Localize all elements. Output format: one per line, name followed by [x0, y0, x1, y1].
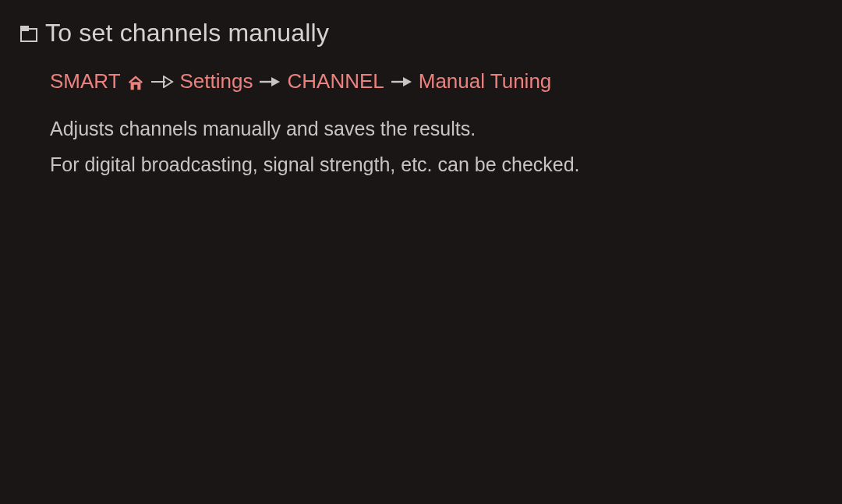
breadcrumb-item-manual-tuning: Manual Tuning	[419, 69, 552, 93]
breadcrumb-item-smart: SMART	[50, 69, 121, 93]
breadcrumb-item-settings: Settings	[180, 69, 253, 93]
arrow-right-icon	[391, 76, 412, 87]
body-line-2: For digital broadcasting, signal strengt…	[50, 146, 822, 182]
section-bullet-icon	[20, 26, 37, 41]
body-line-1: Adjusts channels manually and saves the …	[50, 111, 822, 146]
title-row: To set channels manually	[20, 19, 822, 48]
breadcrumb-item-channel: CHANNEL	[287, 69, 384, 93]
home-icon	[127, 73, 144, 90]
help-page: To set channels manually SMART Settings …	[0, 0, 842, 202]
body-text: Adjusts channels manually and saves the …	[50, 111, 822, 183]
arrow-open-icon	[150, 76, 174, 88]
arrow-right-icon	[259, 76, 281, 87]
page-title: To set channels manually	[45, 19, 329, 48]
breadcrumb: SMART Settings CHANNEL	[50, 69, 822, 93]
